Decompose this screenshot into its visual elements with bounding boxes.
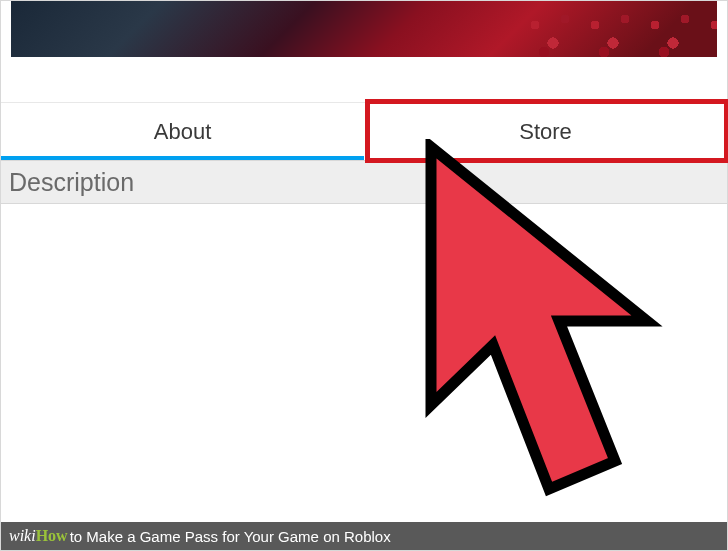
tab-store[interactable]: Store	[364, 103, 727, 160]
tab-about[interactable]: About	[1, 103, 364, 160]
tab-about-label: About	[154, 119, 212, 145]
brand-how: How	[36, 527, 68, 545]
description-section-header: Description	[1, 160, 727, 204]
article-title: to Make a Game Pass for Your Game on Rob…	[70, 528, 391, 545]
description-content	[1, 204, 727, 522]
brand-wiki: wiki	[9, 527, 36, 545]
description-title: Description	[9, 168, 134, 197]
wikihow-footer: wikiHow to Make a Game Pass for Your Gam…	[1, 522, 727, 550]
tab-store-label: Store	[519, 119, 572, 145]
tabs-navigation: About Store	[1, 102, 727, 160]
spacing	[1, 57, 727, 102]
game-hero-image	[11, 1, 717, 57]
